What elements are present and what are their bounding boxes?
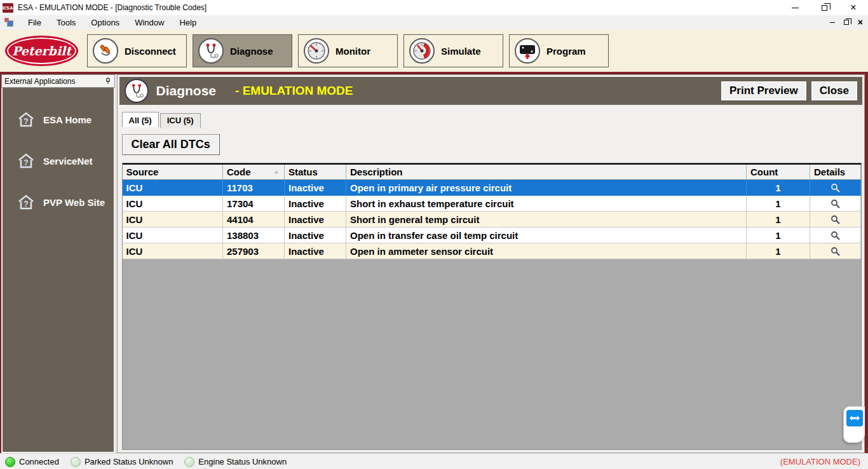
mdi-close-icon[interactable]: ×: [858, 17, 863, 27]
parked-led-icon: [71, 457, 81, 467]
title-bar: ESA ESA - EMULATION MODE - [Diagnostic T…: [0, 0, 868, 15]
emulation-mode-status: (EMULATION MODE): [780, 457, 863, 466]
close-button[interactable]: ×: [839, 0, 868, 15]
menu-window[interactable]: Window: [127, 16, 172, 29]
clear-all-dtcs-button[interactable]: Clear All DTCs: [122, 134, 220, 155]
sort-ascending-icon: [274, 170, 279, 173]
status-connected: Connected: [5, 457, 59, 467]
diagnose-button[interactable]: Diagnose: [193, 34, 292, 67]
status-engine: Engine Status Unknown: [184, 457, 287, 467]
table-row[interactable]: ICU 138803 Inactive Open in transfer cas…: [123, 228, 861, 243]
teamviewer-widget[interactable]: [843, 406, 865, 443]
magnifier-icon[interactable]: [831, 199, 841, 209]
sidebar-panel: ? ESA Home ? ServiceNet ? PVP Web Site: [2, 88, 114, 452]
close-icon: ×: [850, 3, 856, 13]
table-row[interactable]: ICU 257903 Inactive Open in ammeter sens…: [123, 243, 861, 259]
dtc-table: Source Code Status Description Count Det…: [123, 163, 862, 259]
home-icon: ?: [18, 194, 34, 210]
app-icon: ESA: [3, 3, 13, 13]
pin-icon[interactable]: [104, 78, 112, 85]
menu-options[interactable]: Options: [83, 16, 127, 29]
magnifier-icon[interactable]: [831, 183, 841, 193]
main-toolbar: Peterbilt Disconnect Diagnose: [0, 30, 868, 72]
monitor-button[interactable]: Monitor: [298, 34, 398, 67]
column-header-details[interactable]: Details: [810, 164, 861, 180]
external-applications-sidebar: External Applications ? ESA Home ?: [1, 74, 115, 453]
svg-text:?: ?: [24, 200, 28, 208]
column-header-source[interactable]: Source: [123, 164, 223, 180]
column-header-description[interactable]: Description: [346, 164, 747, 180]
close-panel-button[interactable]: Close: [811, 81, 857, 100]
simulate-button[interactable]: Simulate: [403, 34, 503, 67]
sidebar-title: External Applications: [4, 77, 104, 86]
stethoscope-icon: [125, 79, 149, 103]
sidebar-item-esa-home[interactable]: ? ESA Home: [3, 111, 114, 128]
minimize-button[interactable]: [780, 0, 810, 15]
home-icon: ?: [18, 112, 34, 127]
mdi-child-icon: [4, 17, 14, 27]
table-row[interactable]: ICU 11703 Inactive Open in primary air p…: [123, 180, 861, 196]
status-parked: Parked Status Unknown: [71, 457, 173, 467]
home-icon: ?: [18, 153, 34, 168]
table-row[interactable]: ICU 44104 Inactive Short in general temp…: [123, 212, 861, 228]
restore-button[interactable]: [810, 0, 839, 15]
disconnect-button[interactable]: Disconnect: [87, 34, 187, 67]
menu-file[interactable]: File: [20, 16, 49, 29]
details-cell[interactable]: [810, 180, 861, 196]
content-frame: External Applications ? ESA Home ?: [0, 74, 868, 453]
dtc-tabstrip: All (5) ICU (5): [122, 113, 865, 128]
plug-icon: [93, 38, 118, 64]
table-row[interactable]: ICU 17304 Inactive Short in exhaust temp…: [123, 196, 861, 212]
diagnose-header: Diagnose - EMULATION MODE Print Preview …: [119, 77, 863, 105]
magnifier-icon[interactable]: [831, 231, 841, 241]
column-header-count[interactable]: Count: [747, 164, 810, 180]
magnifier-icon[interactable]: [831, 247, 841, 257]
page-title: Diagnose: [156, 83, 217, 99]
mdi-restore-icon[interactable]: [844, 20, 849, 25]
tab-icu[interactable]: ICU (5): [160, 113, 201, 128]
menu-help[interactable]: Help: [172, 16, 204, 29]
program-button[interactable]: Program: [509, 34, 609, 67]
restore-icon: [822, 5, 827, 11]
svg-text:?: ?: [24, 158, 28, 167]
column-header-status[interactable]: Status: [285, 164, 346, 180]
mdi-minimize-icon[interactable]: [830, 22, 835, 23]
minimize-icon: [792, 8, 799, 8]
emulation-mode-label: - EMULATION MODE: [235, 84, 353, 98]
tab-all[interactable]: All (5): [122, 112, 159, 127]
column-header-code[interactable]: Code: [223, 164, 285, 180]
ecu-module-icon: [515, 38, 540, 64]
window-title: ESA - EMULATION MODE - [Diagnostic Troub…: [18, 3, 207, 12]
svg-text:?: ?: [24, 117, 28, 126]
status-bar: Connected Parked Status Unknown Engine S…: [0, 453, 868, 469]
sidebar-item-pvp-web-site[interactable]: ? PVP Web Site: [3, 193, 114, 211]
menu-bar: File Tools Options Window Help ×: [0, 15, 868, 30]
details-cell[interactable]: [810, 228, 861, 243]
sidebar-item-servicenet[interactable]: ? ServiceNet: [3, 152, 114, 170]
peterbilt-logo: Peterbilt: [5, 36, 78, 66]
magnifier-icon[interactable]: [831, 215, 841, 225]
sidebar-title-bar: External Applications: [1, 74, 115, 88]
teamviewer-icon[interactable]: [846, 410, 863, 426]
menu-tools[interactable]: Tools: [49, 16, 83, 29]
dtc-grid-area: Source Code Status Description Count Det…: [122, 163, 862, 450]
connected-led-icon: [5, 457, 15, 467]
details-cell[interactable]: [810, 212, 861, 228]
details-cell[interactable]: [810, 243, 861, 259]
diagnose-panel: Diagnose - EMULATION MODE Print Preview …: [117, 74, 865, 453]
print-preview-button[interactable]: Print Preview: [721, 81, 806, 100]
stethoscope-icon: [198, 38, 224, 64]
details-cell[interactable]: [810, 196, 861, 212]
engine-led-icon: [184, 457, 194, 467]
gauge-red-icon: [409, 38, 435, 64]
table-header-row: Source Code Status Description Count Det…: [123, 164, 861, 180]
gauge-icon: [304, 38, 329, 64]
